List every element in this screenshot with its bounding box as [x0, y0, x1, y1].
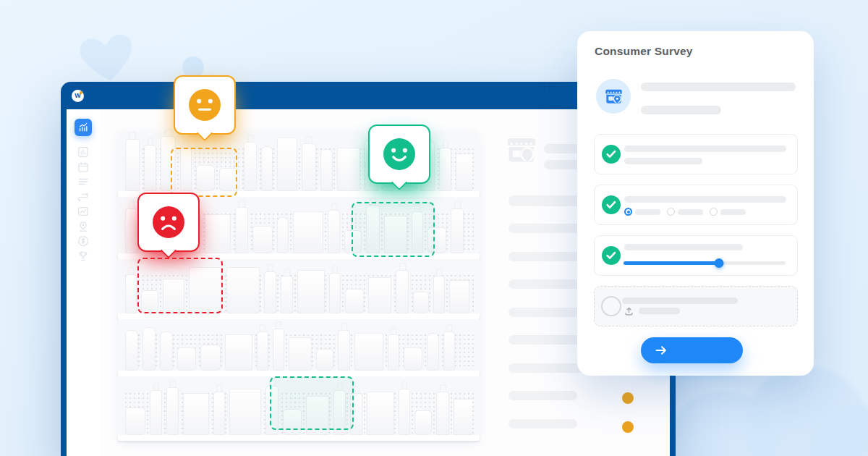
storefront-location-icon — [596, 79, 631, 114]
slider-fill — [624, 261, 719, 265]
shelf-product — [125, 408, 145, 435]
shelf-product — [261, 146, 273, 191]
placeholder-bar — [624, 196, 786, 203]
survey-question-text[interactable] — [594, 134, 798, 174]
shelf-product — [451, 201, 464, 253]
shelf-product — [144, 138, 156, 191]
sidebar — [67, 109, 100, 456]
analytics-icon[interactable] — [75, 119, 92, 136]
placeholder-line — [509, 419, 577, 428]
shelf-product — [337, 148, 360, 191]
shelf-product — [142, 327, 156, 371]
slider-knob[interactable] — [715, 258, 724, 268]
shelf-product — [226, 267, 260, 313]
shelf-product — [213, 384, 225, 435]
placeholder-bar — [635, 209, 660, 215]
shelf-product — [413, 292, 429, 313]
shelf-product — [125, 330, 138, 371]
check-circle-icon — [602, 145, 621, 164]
radio-option[interactable] — [710, 208, 718, 216]
shelf-product — [449, 280, 469, 313]
placeholder-bar — [641, 106, 721, 114]
shelf-product — [338, 323, 350, 371]
shelf-product — [225, 334, 252, 371]
shelf-product — [125, 267, 137, 313]
shelf-product — [320, 149, 333, 191]
placeholder-bar — [639, 308, 680, 314]
consumer-survey-card: Consumer Survey — [577, 31, 814, 376]
shelf-region-positive[interactable] — [352, 202, 435, 257]
check-circle-icon — [602, 195, 621, 214]
placeholder-bar — [624, 145, 786, 152]
placeholder-bar — [624, 244, 743, 250]
shelf-row — [118, 319, 480, 376]
shelf-product — [414, 410, 432, 435]
radio-option-group — [624, 208, 752, 216]
shelf-region-negative[interactable] — [137, 258, 223, 313]
accent-dot — [622, 392, 634, 404]
shelf-product — [177, 347, 196, 371]
shelf-product — [399, 381, 410, 435]
rating-slider[interactable] — [624, 261, 786, 265]
shelf-product — [433, 269, 445, 313]
shelf-product — [368, 277, 391, 313]
location-icon[interactable] — [77, 221, 89, 232]
shelf-product — [125, 201, 138, 253]
shelf-product — [150, 383, 162, 435]
placeholder-bar — [720, 209, 746, 215]
survey-question-radio[interactable] — [594, 185, 798, 225]
shelf-product — [427, 333, 439, 371]
calendar-icon[interactable] — [77, 161, 89, 173]
placeholder-bar — [624, 158, 702, 164]
heart-shape — [77, 29, 137, 85]
shelf-product — [367, 392, 394, 435]
shelf-product — [297, 270, 325, 313]
shelf-product — [205, 214, 231, 253]
shelf-product — [257, 324, 268, 371]
route-icon[interactable] — [77, 191, 89, 203]
shelf-product — [439, 140, 451, 191]
list-icon[interactable] — [77, 176, 89, 187]
arrow-right-icon — [654, 344, 668, 357]
shelf-product — [404, 347, 422, 371]
shelf-product — [316, 349, 333, 371]
radio-option[interactable] — [667, 208, 675, 216]
shelf-product — [235, 200, 248, 253]
bar-chart-icon[interactable] — [77, 146, 89, 158]
shelf-product — [329, 266, 341, 313]
shelf-product — [229, 389, 261, 435]
submit-survey-button[interactable] — [641, 337, 743, 363]
shelf-product — [443, 324, 455, 371]
media-chart-icon[interactable] — [77, 206, 89, 217]
mood-marker-sad[interactable] — [137, 193, 200, 252]
survey-question-upload[interactable] — [594, 286, 798, 326]
shelf-product — [125, 132, 140, 191]
shelf-product — [252, 226, 273, 253]
shelf-region-positive-2[interactable] — [270, 376, 354, 430]
shelf-product — [293, 211, 323, 253]
shelf-product — [183, 393, 209, 435]
check-circle-icon — [602, 246, 621, 265]
shelf-product — [456, 153, 472, 191]
dollar-icon[interactable] — [77, 235, 89, 247]
placeholder-bar — [622, 297, 738, 304]
shelf-product — [244, 135, 257, 191]
shelf-product — [281, 269, 293, 313]
shelf-product — [436, 384, 449, 435]
survey-question-slider[interactable] — [594, 235, 798, 276]
shelf-product — [302, 136, 316, 191]
shelf-product — [354, 333, 383, 371]
mood-marker-neutral[interactable] — [174, 75, 236, 135]
neutral-face-icon — [188, 88, 221, 122]
shelf-region-neutral[interactable] — [171, 148, 237, 197]
survey-title: Consumer Survey — [595, 45, 693, 58]
shelf-product — [328, 203, 340, 253]
app-logo: W — [72, 90, 84, 102]
mood-marker-happy[interactable] — [368, 124, 430, 184]
shelf-product — [396, 263, 409, 313]
placeholder-bar — [678, 209, 703, 215]
shelf-product — [345, 289, 364, 313]
trophy-icon[interactable] — [77, 250, 89, 262]
radio-option-selected[interactable] — [624, 208, 632, 216]
shelf-product — [388, 327, 399, 371]
